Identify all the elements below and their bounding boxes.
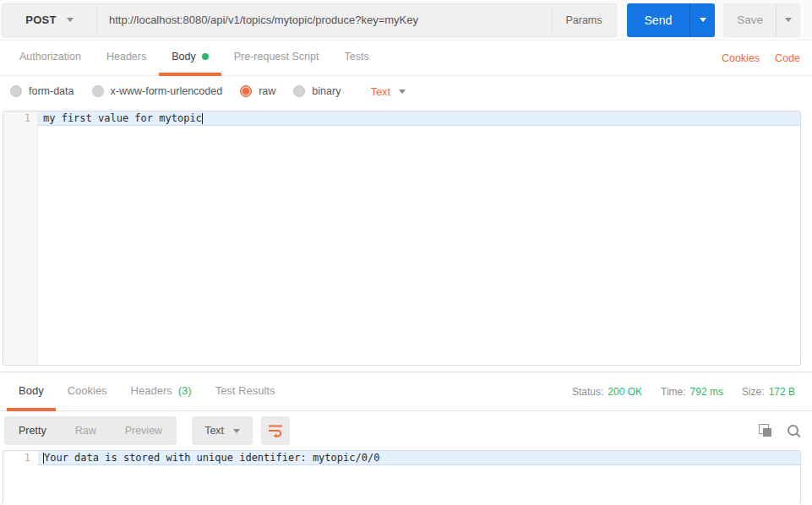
response-tab-headers[interactable]: Headers (3) <box>119 372 204 411</box>
tab-body[interactable]: Body <box>159 41 221 76</box>
url-group: POST Params <box>2 3 617 37</box>
unsaved-changes-dot <box>202 53 209 60</box>
radio-icon <box>92 85 104 97</box>
radio-x-www-form-urlencoded[interactable]: x-www-form-urlencoded <box>92 85 223 97</box>
search-icon[interactable] <box>787 424 800 437</box>
code-text: Your data is stored with unique identifi… <box>38 450 800 465</box>
request-tabs: Authorization Headers Body Pre-request S… <box>0 41 812 76</box>
text-cursor <box>202 113 203 124</box>
chevron-down-icon <box>785 18 792 22</box>
save-button[interactable]: Save <box>724 4 776 36</box>
response-tab-cookies[interactable]: Cookies <box>56 372 119 411</box>
code-line[interactable]: 1 my first value for mytopic <box>3 111 800 126</box>
view-preview-button[interactable]: Preview <box>111 416 177 445</box>
chevron-down-icon <box>399 90 406 94</box>
save-button-group: Save <box>723 3 800 37</box>
headers-count-badge: (3) <box>178 384 192 397</box>
send-options-button[interactable] <box>689 3 715 37</box>
response-tab-body[interactable]: Body <box>7 372 56 411</box>
copy-icon[interactable] <box>759 424 772 437</box>
radio-selected-icon <box>240 85 252 97</box>
wrap-text-button[interactable] <box>261 416 290 445</box>
response-view-group: Pretty Raw Preview <box>4 416 177 445</box>
editor-gutter <box>3 111 38 365</box>
status-badge: Status: 200 OK <box>572 386 642 398</box>
view-pretty-button[interactable]: Pretty <box>4 416 61 445</box>
request-body-editor[interactable]: 1 my first value for mytopic <box>3 111 801 366</box>
chevron-down-icon <box>700 18 706 22</box>
radio-binary[interactable]: binary <box>293 85 341 97</box>
code-link[interactable]: Code <box>775 52 800 64</box>
code-text: my first value for mytopic <box>38 111 800 126</box>
size-badge: Size: 172 B <box>742 386 795 398</box>
radio-form-data[interactable]: form-data <box>10 85 74 97</box>
response-toolbar: Pretty Raw Preview Text <box>0 411 812 450</box>
response-body-editor[interactable]: 1 Your data is stored with unique identi… <box>3 450 801 504</box>
response-format-select[interactable]: Text <box>192 416 253 445</box>
chevron-down-icon <box>67 18 74 22</box>
time-badge: Time: 792 ms <box>661 386 723 398</box>
request-bar: POST Params Send Save <box>0 0 812 41</box>
save-options-button[interactable] <box>776 4 799 36</box>
method-select[interactable]: POST <box>3 4 97 36</box>
line-number: 1 <box>3 111 38 126</box>
response-actions <box>759 424 800 437</box>
send-button-group: Send <box>627 3 716 37</box>
radio-icon <box>293 85 305 97</box>
tab-headers[interactable]: Headers <box>94 41 159 76</box>
tab-links: Cookies Code <box>722 41 812 75</box>
cookies-link[interactable]: Cookies <box>722 52 760 64</box>
tab-pre-request-script[interactable]: Pre-request Script <box>221 41 332 76</box>
chevron-down-icon <box>233 429 240 433</box>
radio-raw[interactable]: raw <box>240 85 275 97</box>
radio-icon <box>10 85 22 97</box>
line-number: 1 <box>3 451 38 465</box>
code-line[interactable]: 1 Your data is stored with unique identi… <box>3 451 800 465</box>
response-meta: Status: 200 OK Time: 792 ms Size: 172 B <box>572 372 812 410</box>
view-raw-button[interactable]: Raw <box>61 416 111 445</box>
raw-format-select[interactable]: Text <box>370 85 406 98</box>
response-header: Body Cookies Headers (3) Test Results St… <box>0 372 812 411</box>
tab-tests[interactable]: Tests <box>331 41 381 76</box>
body-mode-options: form-data x-www-form-urlencoded raw bina… <box>0 76 812 106</box>
url-input[interactable] <box>97 4 552 36</box>
params-button[interactable]: Params <box>552 4 616 36</box>
method-label: POST <box>25 14 57 26</box>
response-tab-test-results[interactable]: Test Results <box>204 372 287 411</box>
send-button[interactable]: Send <box>627 3 690 37</box>
wrap-text-icon <box>268 424 283 437</box>
tab-authorization[interactable]: Authorization <box>7 41 94 76</box>
